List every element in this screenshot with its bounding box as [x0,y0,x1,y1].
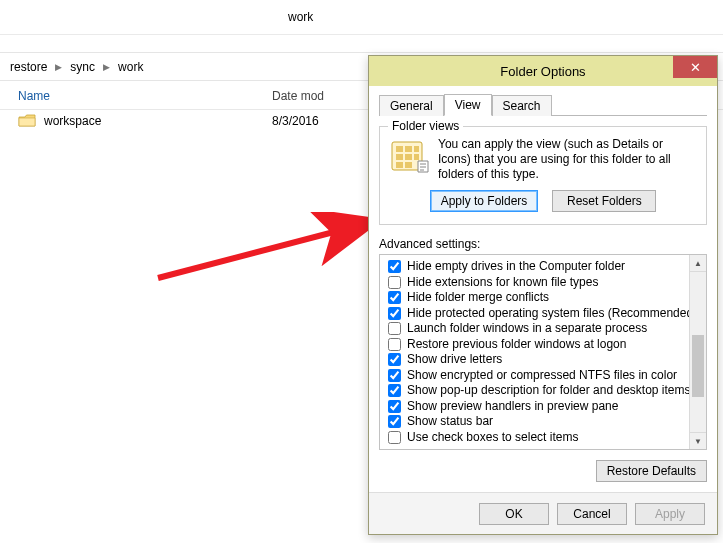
apply-button[interactable]: Apply [635,503,705,525]
crumb-restore[interactable]: restore [4,60,53,74]
advanced-item[interactable]: Hide protected operating system files (R… [388,306,687,322]
advanced-item-label: Show preview handlers in preview pane [407,399,618,415]
checkbox[interactable] [388,353,401,366]
advanced-item-label: Restore previous folder windows at logon [407,337,626,353]
svg-rect-2 [396,146,403,152]
advanced-item[interactable]: Show status bar [388,414,687,430]
svg-rect-7 [414,154,419,160]
checkbox[interactable] [388,260,401,273]
advanced-item-label: Show encrypted or compressed NTFS files … [407,368,677,384]
folder-views-group: Folder views You can apply the view (suc… [379,126,707,225]
folder-icon [18,114,36,128]
advanced-settings-list: Hide empty drives in the Computer folder… [379,254,707,450]
svg-line-0 [158,222,372,278]
advanced-item[interactable]: Show drive letters [388,352,687,368]
checkbox[interactable] [388,276,401,289]
svg-rect-5 [396,154,403,160]
restore-defaults-button[interactable]: Restore Defaults [596,460,707,482]
checkbox[interactable] [388,400,401,413]
file-name: workspace [44,114,272,128]
advanced-item-label: Show drive letters [407,352,502,368]
scrollbar[interactable]: ▲ ▼ [689,255,706,449]
chevron-right-icon: ▶ [53,62,64,72]
tab-general[interactable]: General [379,95,444,116]
checkbox[interactable] [388,415,401,428]
checkbox[interactable] [388,338,401,351]
crumb-work[interactable]: work [112,60,149,74]
crumb-sync[interactable]: sync [64,60,101,74]
folder-options-dialog: Folder Options ✕ General View Search Fol… [368,55,718,535]
advanced-item[interactable]: Show pop-up description for folder and d… [388,383,687,399]
advanced-item-label: Hide extensions for known file types [407,275,598,291]
folder-view-icon [390,139,430,175]
checkbox[interactable] [388,322,401,335]
svg-rect-3 [405,146,412,152]
advanced-item[interactable]: Hide empty drives in the Computer folder [388,259,687,275]
scroll-up-icon[interactable]: ▲ [690,255,706,272]
dialog-title-bar[interactable]: Folder Options ✕ [369,56,717,86]
advanced-item[interactable]: Hide folder merge conflicts [388,290,687,306]
cancel-button[interactable]: Cancel [557,503,627,525]
svg-rect-4 [414,146,419,152]
advanced-item-label: Launch folder windows in a separate proc… [407,321,647,337]
advanced-item-label: Hide empty drives in the Computer folder [407,259,625,275]
advanced-item[interactable]: Hide extensions for known file types [388,275,687,291]
advanced-item[interactable]: Show encrypted or compressed NTFS files … [388,368,687,384]
advanced-item-label: Hide protected operating system files (R… [407,306,689,322]
chevron-right-icon: ▶ [101,62,112,72]
column-name[interactable]: Name [0,89,272,103]
checkbox[interactable] [388,431,401,444]
dialog-title: Folder Options [500,64,585,79]
tabstrip: General View Search [379,92,707,116]
svg-rect-6 [405,154,412,160]
advanced-item[interactable]: Use check boxes to select items [388,430,687,446]
window-title: work [0,0,723,35]
advanced-item[interactable]: Show preview handlers in preview pane [388,399,687,415]
reset-folders-button[interactable]: Reset Folders [552,190,656,212]
tab-search[interactable]: Search [492,95,552,116]
close-icon: ✕ [690,60,701,75]
toolbar-region [0,35,723,53]
advanced-settings-label: Advanced settings: [379,237,707,251]
advanced-item-label: Hide folder merge conflicts [407,290,549,306]
ok-button[interactable]: OK [479,503,549,525]
checkbox[interactable] [388,369,401,382]
annotation-arrow [152,212,392,302]
checkbox[interactable] [388,291,401,304]
advanced-item-label: Show status bar [407,414,493,430]
folder-views-text: You can apply the view (such as Details … [438,137,698,182]
column-date[interactable]: Date mod [272,89,372,103]
tab-view[interactable]: View [444,94,492,116]
group-legend: Folder views [388,119,463,133]
checkbox[interactable] [388,384,401,397]
advanced-item[interactable]: Restore previous folder windows at logon [388,337,687,353]
advanced-item-label: Use check boxes to select items [407,430,578,446]
dialog-footer: OK Cancel Apply [369,492,717,534]
advanced-item[interactable]: Launch folder windows in a separate proc… [388,321,687,337]
svg-rect-9 [405,162,412,168]
scroll-thumb[interactable] [692,335,704,397]
apply-to-folders-button[interactable]: Apply to Folders [430,190,539,212]
svg-rect-8 [396,162,403,168]
close-button[interactable]: ✕ [673,56,717,78]
checkbox[interactable] [388,307,401,320]
advanced-item-label: Show pop-up description for folder and d… [407,383,689,399]
scroll-down-icon[interactable]: ▼ [690,432,706,449]
